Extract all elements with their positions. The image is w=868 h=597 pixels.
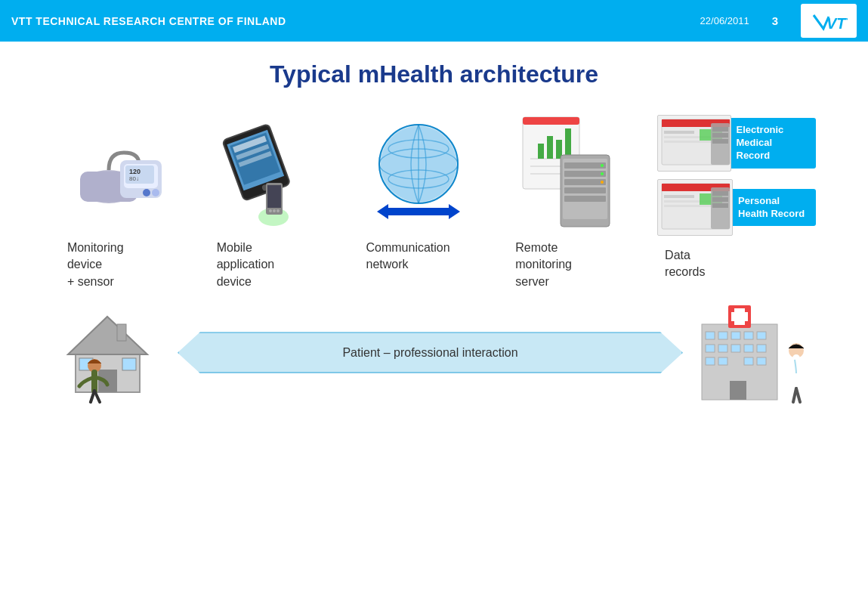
svg-rect-89 [718, 357, 727, 365]
arch-item-communication: Communicationnetwork [358, 111, 479, 274]
remote-label: Remotemonitoringserver [508, 240, 629, 290]
svg-rect-88 [706, 357, 715, 365]
svg-point-22 [276, 209, 280, 212]
svg-point-47 [601, 164, 604, 167]
architecture-row: 120 80↓ Monitoringdevice+ sensor [30, 111, 838, 290]
interaction-label: Patient – professional interaction [342, 346, 517, 360]
emr-tag: Electronic Medical Record [727, 118, 817, 169]
svg-rect-90 [744, 357, 753, 365]
svg-rect-39 [565, 128, 571, 159]
svg-rect-80 [731, 332, 740, 339]
svg-marker-71 [68, 317, 147, 354]
patient-side [53, 302, 162, 404]
svg-rect-95 [731, 312, 748, 321]
svg-rect-37 [547, 136, 553, 159]
svg-rect-43 [564, 171, 606, 177]
emr-record-image [657, 115, 731, 172]
vtt-logo: VTT [801, 4, 857, 38]
svg-rect-68 [712, 197, 728, 202]
svg-rect-36 [538, 144, 544, 159]
mobile-icon-area [221, 111, 319, 232]
arch-item-monitoring: 120 80↓ Monitoringdevice+ sensor [60, 111, 181, 290]
mobile-device-icon [221, 115, 319, 228]
monitoring-icon-area: 120 80↓ [71, 111, 169, 232]
remote-icon-area [515, 111, 621, 232]
svg-rect-85 [731, 345, 740, 352]
bp-monitor-icon: 120 80↓ [71, 119, 169, 224]
svg-rect-46 [564, 196, 606, 202]
svg-rect-82 [757, 332, 766, 339]
phr-tag: Personal Health Record [729, 189, 816, 227]
svg-rect-62 [664, 195, 694, 198]
interaction-arrow-area: Patient – professional interaction [178, 332, 683, 373]
svg-text:80↓: 80↓ [129, 175, 139, 182]
communication-label: Communicationnetwork [358, 240, 479, 274]
monitoring-label: Monitoringdevice+ sensor [60, 240, 181, 290]
svg-text:120: 120 [129, 168, 141, 175]
svg-rect-92 [730, 381, 746, 400]
svg-marker-30 [377, 204, 460, 219]
header-right: 22/06/2011 3 VTT [700, 4, 857, 38]
header-page: 3 [772, 14, 778, 27]
svg-rect-75 [117, 324, 126, 341]
svg-rect-32 [523, 117, 579, 125]
main-content: Typical mHealth architecture [0, 42, 868, 419]
svg-point-20 [269, 209, 272, 212]
svg-rect-42 [564, 162, 606, 169]
svg-rect-69 [712, 203, 728, 208]
svg-rect-84 [718, 345, 727, 352]
mobile-label: Mobileapplicationdevice [209, 240, 330, 290]
svg-rect-74 [122, 358, 136, 370]
svg-rect-83 [706, 345, 715, 352]
communication-icon-area [366, 111, 471, 232]
header-title: VTT TECHNICAL RESEARCH CENTRE OF FINLAND [11, 15, 286, 27]
svg-rect-79 [718, 332, 727, 339]
svg-rect-52 [664, 131, 694, 134]
data-label: Datarecords [657, 247, 808, 281]
svg-point-8 [143, 189, 150, 196]
arch-item-mobile: Mobileapplicationdevice [209, 111, 330, 290]
svg-rect-67 [712, 191, 728, 196]
svg-point-48 [601, 172, 604, 175]
patient-house-icon [53, 302, 162, 404]
header-date: 22/06/2011 [700, 15, 749, 26]
svg-rect-45 [564, 187, 606, 193]
svg-rect-91 [757, 357, 766, 365]
interaction-row: Patient – professional interaction [30, 302, 838, 404]
slide-title: Typical mHealth architecture [30, 60, 838, 88]
svg-rect-86 [744, 345, 753, 352]
phr-record-image [657, 179, 733, 236]
svg-point-49 [601, 181, 604, 184]
svg-point-9 [152, 189, 159, 196]
svg-rect-19 [267, 185, 281, 208]
hospital-icon [698, 302, 815, 404]
globe-icon [366, 115, 471, 228]
phr-record-card: Personal Health Record [657, 179, 816, 236]
svg-rect-81 [744, 332, 753, 339]
interaction-arrow: Patient – professional interaction [178, 332, 683, 373]
svg-rect-87 [757, 345, 766, 352]
emr-record-card: Electronic Medical Record [657, 115, 816, 172]
arch-item-data: Electronic Medical Record [657, 111, 808, 281]
svg-point-29 [381, 126, 456, 202]
arch-item-remote: Remotemonitoringserver [508, 111, 629, 290]
svg-rect-44 [564, 179, 606, 185]
svg-rect-57 [712, 127, 728, 131]
svg-rect-78 [706, 332, 715, 339]
svg-rect-59 [712, 139, 728, 144]
server-chart-icon [515, 113, 621, 230]
svg-text:VTT: VTT [826, 15, 848, 32]
data-records-icon-area: Electronic Medical Record [657, 111, 808, 240]
svg-point-21 [273, 209, 276, 212]
header: VTT TECHNICAL RESEARCH CENTRE OF FINLAND… [0, 0, 868, 42]
svg-rect-58 [712, 133, 728, 138]
professional-side [698, 302, 815, 404]
